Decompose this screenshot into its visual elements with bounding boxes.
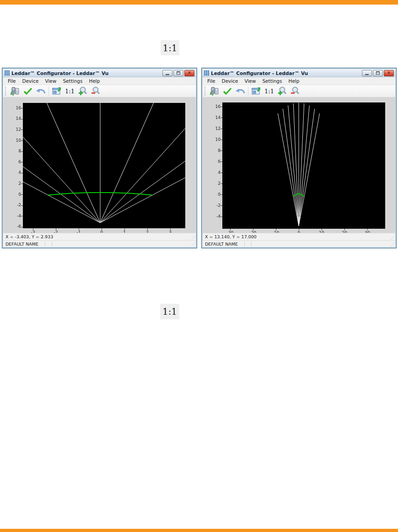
- full-scale-button[interactable]: [250, 86, 262, 97]
- zoom-in-button[interactable]: [276, 86, 288, 97]
- beam-segment-ray: [100, 113, 185, 223]
- page-bottom-accent-bar: [0, 529, 398, 532]
- menu-view[interactable]: View: [242, 78, 259, 84]
- menubar: File Device View Settings Help: [203, 77, 395, 85]
- y-axis-tick-label: 4: [10, 170, 21, 175]
- scale-1-1-button[interactable]: 1:1: [263, 86, 275, 97]
- checkmark-icon: [222, 87, 232, 95]
- statusbar-coordinates-row: X = 13.140, Y = 17.000 ⋰: [203, 233, 395, 240]
- statusbar-separator: [52, 242, 52, 246]
- x-axis-tick-mark: [79, 228, 79, 230]
- toolbar: 1:1: [203, 85, 395, 97]
- statusbar-separator: [251, 242, 252, 246]
- y-axis-tick-label: 6: [10, 160, 21, 164]
- cursor-coordinates: X = -3.403, Y = 2.933: [5, 234, 53, 239]
- beam-segment-ray: [288, 105, 299, 226]
- toolbar-grip[interactable]: [204, 86, 207, 96]
- y-axis-tick-label: 14: [10, 116, 21, 121]
- y-axis-tick-label: 12: [10, 127, 21, 132]
- undo-button[interactable]: [234, 86, 246, 97]
- window-title: Leddar™ Configurator - Leddar™ Vu: [11, 70, 162, 76]
- undo-button[interactable]: [35, 86, 47, 97]
- x-axis-tick-mark: [147, 228, 148, 230]
- x-axis-tick-mark: [276, 229, 276, 231]
- y-axis-tick-label: 2: [10, 181, 21, 186]
- leddar-configurator-window: Leddar™ Configurator - Leddar™ Vu ✕ File…: [2, 68, 197, 248]
- statusbar-device-row: DEFAULT NAME ⋰: [203, 240, 395, 247]
- app-grid-icon: [204, 70, 209, 75]
- menu-device[interactable]: Device: [20, 78, 42, 84]
- menu-device[interactable]: Device: [219, 78, 241, 84]
- zoom-out-icon: [290, 86, 300, 96]
- full-scale-button[interactable]: [51, 86, 63, 97]
- menu-view[interactable]: View: [43, 78, 59, 84]
- y-axis-tick-label: 12: [210, 126, 221, 131]
- beam-segment-ray: [100, 103, 154, 223]
- scale-1-1-button[interactable]: 1:1: [64, 86, 76, 97]
- statusbar-separator: [244, 242, 245, 246]
- resize-grip-icon[interactable]: ⋰: [391, 236, 394, 240]
- window-title: Leddar™ Configurator - Leddar™ Vu: [211, 70, 362, 76]
- x-axis-tick-mark: [253, 229, 253, 231]
- beam-plot-canvas[interactable]: [222, 102, 385, 229]
- menu-help[interactable]: Help: [86, 78, 103, 84]
- resize-grip-icon[interactable]: ⋰: [391, 243, 394, 247]
- cursor-coordinates: X = 13.140, Y = 17.000: [205, 234, 257, 239]
- menu-settings[interactable]: Settings: [60, 78, 85, 84]
- zoom-out-icon: [91, 86, 101, 96]
- zoom-in-icon: [277, 86, 287, 96]
- beam-chart-region[interactable]: 1614121086420-2-4-30-20-100102030: [203, 97, 395, 233]
- resize-grip-icon[interactable]: ⋰: [191, 236, 195, 240]
- apply-button[interactable]: [22, 86, 34, 97]
- minimize-button[interactable]: [162, 70, 172, 76]
- beam-segment-ray: [299, 105, 309, 226]
- apply-button[interactable]: [221, 86, 233, 97]
- menu-help[interactable]: Help: [286, 78, 302, 84]
- menubar: File Device View Settings Help: [3, 77, 196, 85]
- zoom-out-button[interactable]: [289, 86, 301, 97]
- beam-plot-canvas[interactable]: [23, 103, 185, 228]
- one-to-one-icon-callout: 1:1: [160, 304, 179, 319]
- connect-device-icon: [10, 86, 20, 96]
- x-axis-tick-mark: [367, 229, 368, 231]
- y-axis-tick-label: -4: [210, 214, 221, 219]
- y-axis-tick-label: 6: [210, 159, 221, 164]
- beam-segment-ray: [23, 105, 100, 223]
- close-button[interactable]: ✕: [384, 70, 394, 76]
- zoom-out-button[interactable]: [90, 86, 102, 97]
- fit-window-icon: [52, 87, 61, 95]
- zoom-in-button[interactable]: [77, 86, 89, 97]
- zoom-in-icon: [78, 86, 88, 96]
- y-axis-tick-label: -2: [210, 203, 221, 208]
- y-axis-tick-label: 0: [10, 192, 21, 197]
- menu-file[interactable]: File: [204, 78, 218, 84]
- y-axis-tick-label: -2: [10, 203, 21, 207]
- scale-1-1-label: 1:1: [263, 88, 275, 95]
- x-axis-tick-mark: [170, 228, 171, 230]
- minimize-button[interactable]: [362, 70, 372, 76]
- resize-grip-icon[interactable]: ⋰: [191, 243, 195, 247]
- beam-segment-ray: [100, 105, 185, 223]
- beam-segment-ray: [23, 113, 100, 223]
- titlebar[interactable]: Leddar™ Configurator - Leddar™ Vu ✕: [3, 69, 196, 77]
- y-axis-tick-label: 0: [210, 192, 221, 197]
- connect-device-button[interactable]: [209, 86, 221, 97]
- menu-file[interactable]: File: [5, 78, 19, 84]
- scale-1-1-label: 1:1: [64, 88, 76, 95]
- x-axis-tick-mark: [344, 229, 345, 231]
- y-axis-tick-label: 10: [210, 137, 221, 142]
- beam-segment-ray: [278, 113, 299, 226]
- maximize-button[interactable]: [373, 70, 383, 76]
- fit-window-icon: [252, 87, 261, 95]
- beam-segment-ray: [299, 113, 320, 226]
- toolbar-grip[interactable]: [5, 86, 7, 96]
- connect-device-button[interactable]: [9, 86, 21, 97]
- maximize-button[interactable]: [173, 70, 183, 76]
- statusbar-device-row: DEFAULT NAME ⋰: [3, 240, 196, 247]
- beam-chart-region[interactable]: 1614121086420-2-4-6-3-2-10123: [3, 97, 196, 233]
- y-axis-tick-label: -6: [10, 224, 21, 229]
- page-top-accent-bar: [0, 0, 398, 5]
- titlebar[interactable]: Leddar™ Configurator - Leddar™ Vu ✕: [203, 69, 395, 77]
- close-button[interactable]: ✕: [184, 70, 194, 76]
- menu-settings[interactable]: Settings: [259, 78, 285, 84]
